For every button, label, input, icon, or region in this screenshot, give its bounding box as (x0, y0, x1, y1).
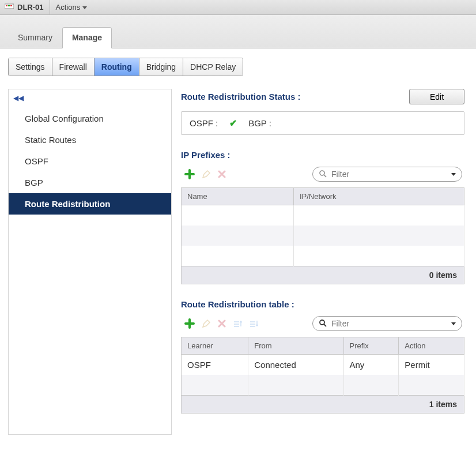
subtab-bridging[interactable]: Bridging (139, 58, 183, 76)
ip-prefixes-filter[interactable] (312, 167, 462, 182)
chevron-down-icon[interactable] (451, 173, 456, 176)
cell-learner: OSPF (182, 355, 248, 375)
col-action[interactable]: Action (399, 337, 464, 355)
redistribution-filter-input[interactable] (330, 318, 449, 329)
ospf-label: OSPF : (190, 118, 218, 128)
ip-prefixes-title: IP Prefixes : (181, 150, 464, 160)
main-panel: Route Redistribution Status : Edit OSPF … (181, 89, 468, 435)
object-name: DLR-01 (17, 3, 44, 12)
ip-prefixes-footer: 0 items (181, 266, 464, 284)
title-bar: DLR-01 Actions (0, 0, 476, 15)
subtab-settings[interactable]: Settings (9, 58, 52, 76)
divider (50, 0, 50, 15)
col-learner[interactable]: Learner (182, 337, 248, 355)
routing-sidebar: ◀◀ Global Configuration Static Routes OS… (8, 89, 172, 435)
tab-summary[interactable]: Summary (8, 27, 62, 48)
tab-manage[interactable]: Manage (62, 27, 112, 48)
cell-from: Connected (248, 355, 343, 375)
subtab-firewall[interactable]: Firewall (52, 58, 95, 76)
primary-tabstrip: Summary Manage (0, 15, 476, 48)
sidebar-item-static-routes[interactable]: Static Routes (9, 129, 171, 151)
actions-label: Actions (56, 3, 81, 12)
delete-prefix-icon[interactable] (218, 170, 226, 178)
col-ip-network[interactable]: IP/Network (293, 188, 464, 205)
redistribution-table: Learner From Prefix Action OSPF Connecte… (181, 337, 464, 396)
sub-tabstrip: Settings Firewall Routing Bridging DHCP … (8, 58, 243, 76)
sidebar-item-route-redistribution[interactable]: Route Redistribution (9, 193, 171, 215)
ip-prefixes-toolbar (181, 167, 464, 182)
svg-rect-2 (8, 5, 10, 6)
collapse-sidebar-icon[interactable]: ◀◀ (9, 93, 171, 108)
sidebar-item-global-configuration[interactable]: Global Configuration (9, 108, 171, 129)
cell-prefix: Any (343, 355, 399, 375)
redistribution-toolbar (181, 316, 464, 331)
chevron-down-icon[interactable] (451, 322, 456, 325)
redistribution-footer: 1 items (181, 396, 464, 414)
ospf-enabled-check-icon: ✔ (229, 118, 237, 129)
ip-prefixes-filter-input[interactable] (330, 169, 449, 179)
edit-rule-icon[interactable] (202, 319, 211, 328)
ip-prefixes-table: Name IP/Network (181, 187, 464, 266)
svg-point-6 (320, 320, 324, 325)
col-prefix[interactable]: Prefix (343, 337, 399, 355)
router-icon (5, 3, 14, 12)
col-from[interactable]: From (248, 337, 343, 355)
edit-button[interactable]: Edit (409, 89, 464, 104)
svg-line-5 (324, 175, 326, 177)
cell-action: Permit (399, 355, 464, 375)
edit-prefix-icon[interactable] (202, 170, 211, 179)
status-title: Route Redistribution Status : (181, 92, 301, 102)
table-row[interactable]: OSPF Connected Any Permit (182, 355, 464, 375)
sidebar-item-ospf[interactable]: OSPF (9, 151, 171, 172)
svg-line-7 (324, 324, 326, 326)
col-name[interactable]: Name (182, 188, 294, 205)
move-down-icon[interactable] (249, 320, 258, 328)
protocol-status-box: OSPF : ✔ BGP : (181, 111, 464, 135)
svg-point-4 (320, 171, 324, 175)
subtab-dhcp-relay[interactable]: DHCP Relay (183, 58, 243, 76)
sidebar-item-bgp[interactable]: BGP (9, 172, 171, 193)
svg-rect-1 (6, 5, 7, 6)
search-icon (319, 319, 327, 329)
subtab-routing[interactable]: Routing (95, 58, 139, 76)
add-prefix-icon[interactable] (184, 169, 195, 179)
redistribution-table-title: Route Redistribution table : (181, 299, 464, 309)
actions-menu[interactable]: Actions (56, 3, 88, 12)
search-icon (319, 170, 327, 179)
redistribution-filter[interactable] (312, 316, 462, 331)
chevron-down-icon (82, 6, 87, 9)
bgp-label: BGP : (248, 118, 271, 128)
add-rule-icon[interactable] (184, 318, 195, 329)
svg-rect-3 (10, 5, 12, 6)
delete-rule-icon[interactable] (218, 320, 226, 328)
move-up-icon[interactable] (233, 320, 242, 328)
